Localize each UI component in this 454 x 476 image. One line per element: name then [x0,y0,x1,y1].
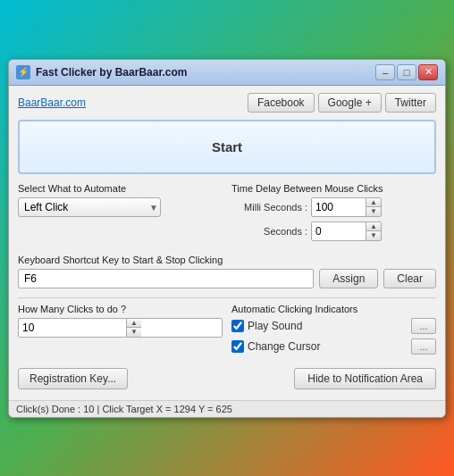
footer-buttons: Registration Key... Hide to Notification… [18,368,436,389]
website-link[interactable]: BaarBaar.com [18,96,86,109]
indicators-section: Automatic Clicking Indicators Play Sound… [231,304,436,359]
change-cursor-browse-button[interactable]: ... [411,338,436,355]
clicks-up-arrow[interactable]: ▲ [127,319,141,328]
seconds-label: Seconds : [231,226,307,237]
time-delay-label: Time Delay Between Mouse Clicks [231,183,436,194]
seconds-arrows: ▲ ▼ [366,222,381,240]
automate-label: Select What to Automate [18,183,223,194]
status-text: Click(s) Done : 10 | Click Target X = 12… [16,404,232,414]
clicks-input[interactable] [19,320,126,336]
clicks-down-arrow[interactable]: ▼ [127,328,141,337]
automate-dropdown[interactable]: Left Click Right Click Double Click Midd… [18,197,161,217]
milli-down-arrow[interactable]: ▼ [366,207,381,216]
window-title: Fast Clicker by BaarBaar.com [36,66,187,79]
shortcut-section: Keyboard Shortcut Key to Start & Stop Cl… [18,255,436,288]
seconds-down-arrow[interactable]: ▼ [366,231,381,240]
automate-dropdown-wrapper: Left Click Right Click Double Click Midd… [18,197,161,217]
start-button-container: Start [18,120,436,174]
time-delay-section: Time Delay Between Mouse Clicks Milli Se… [231,183,436,246]
restore-button[interactable]: □ [397,64,416,80]
hide-to-notification-button[interactable]: Hide to Notification Area [294,368,436,389]
seconds-input[interactable] [312,223,366,239]
clicks-label: How Many Clicks to do ? [18,304,223,314]
close-button[interactable]: ✕ [418,64,438,80]
clicks-arrows: ▲ ▼ [126,319,141,337]
divider [18,297,436,298]
play-sound-browse-button[interactable]: ... [411,318,436,334]
minimize-button[interactable]: – [375,64,395,80]
top-bar: BaarBaar.com Facebook Google + Twitter [18,93,436,113]
milli-spinner: ▲ ▼ [311,197,382,217]
milli-arrows: ▲ ▼ [366,198,381,216]
shortcut-input[interactable] [18,269,314,288]
bottom-two-col: How Many Clicks to do ? ▲ ▼ Automatic Cl… [18,304,436,359]
milli-up-arrow[interactable]: ▲ [366,198,381,207]
seconds-row: Seconds : ▲ ▼ [231,221,436,241]
title-buttons: – □ ✕ [375,64,438,80]
change-cursor-checkbox[interactable] [231,340,244,353]
milli-row: Milli Seconds : ▲ ▼ [231,197,436,217]
title-bar: ⚡ Fast Clicker by BaarBaar.com – □ ✕ [9,60,445,86]
automate-section: Select What to Automate Left Click Right… [18,183,223,246]
title-bar-left: ⚡ Fast Clicker by BaarBaar.com [16,65,187,79]
google-button[interactable]: Google + [318,93,382,113]
status-bar: Click(s) Done : 10 | Click Target X = 12… [9,400,445,417]
shortcut-row: Assign Clear [18,269,436,288]
main-window: ⚡ Fast Clicker by BaarBaar.com – □ ✕ Baa… [8,59,446,418]
play-sound-checkbox[interactable] [231,320,244,332]
change-cursor-label: Change Cursor [248,340,408,353]
play-sound-row: Play Sound ... [231,318,436,334]
facebook-button[interactable]: Facebook [248,93,315,113]
assign-button[interactable]: Assign [319,269,378,288]
clicks-spinner: ▲ ▼ [18,318,223,338]
window-content: BaarBaar.com Facebook Google + Twitter S… [9,86,445,400]
main-two-col: Select What to Automate Left Click Right… [18,183,436,246]
app-icon: ⚡ [16,65,30,79]
social-buttons: Facebook Google + Twitter [248,93,436,113]
seconds-spinner: ▲ ▼ [311,221,382,241]
seconds-up-arrow[interactable]: ▲ [366,222,381,231]
clear-button[interactable]: Clear [383,269,436,288]
shortcut-label: Keyboard Shortcut Key to Start & Stop Cl… [18,255,436,265]
clicks-section: How Many Clicks to do ? ▲ ▼ [18,304,223,359]
change-cursor-row: Change Cursor ... [231,338,436,355]
start-button[interactable]: Start [18,120,436,174]
registration-key-button[interactable]: Registration Key... [18,368,128,389]
milli-input[interactable] [312,199,366,215]
indicators-label: Automatic Clicking Indicators [231,304,436,314]
play-sound-label: Play Sound [248,320,408,332]
twitter-button[interactable]: Twitter [385,93,436,113]
milli-label: Milli Seconds : [231,202,307,213]
